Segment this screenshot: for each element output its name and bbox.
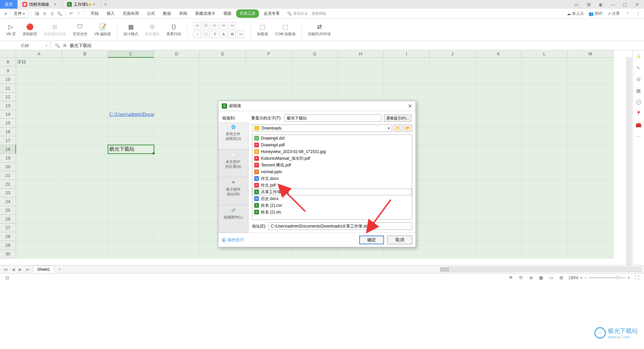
cell-J9[interactable] xyxy=(430,66,476,75)
cell-M16[interactable] xyxy=(568,128,613,136)
cell-H12[interactable] xyxy=(338,93,384,101)
formula-content[interactable]: 极光下载站 xyxy=(70,43,92,49)
file-item[interactable]: S 共享工作簿.xlsx xyxy=(252,189,412,195)
cell-C27[interactable] xyxy=(108,223,154,232)
cell-L16[interactable] xyxy=(522,128,568,136)
col-header[interactable]: A xyxy=(16,50,62,58)
cell-B17[interactable] xyxy=(62,136,108,145)
cell-C19[interactable] xyxy=(108,154,154,162)
cell-C20[interactable] xyxy=(108,162,154,171)
cell-I8[interactable] xyxy=(384,58,430,66)
cell-A22[interactable] xyxy=(16,180,62,189)
tab-next-icon[interactable]: ▶ xyxy=(18,267,23,272)
share-button[interactable]: ↗ 分享 xyxy=(607,11,620,16)
cell-M15[interactable] xyxy=(568,119,613,128)
tab-home[interactable]: 首页 xyxy=(0,0,18,9)
cell-M30[interactable] xyxy=(568,250,613,258)
row-header[interactable]: 22 xyxy=(0,180,16,189)
cell-I11[interactable] xyxy=(384,84,430,93)
cell-A9[interactable] xyxy=(16,66,62,75)
close-icon[interactable]: × xyxy=(54,2,57,7)
rb-view-code[interactable]: ⟨⟩查看代码 xyxy=(164,19,184,41)
redo-icon[interactable]: ↷ xyxy=(75,11,82,17)
menu-tab-vip[interactable]: 会员专享 xyxy=(260,9,283,18)
cell-B12[interactable] xyxy=(62,93,108,101)
cell-I10[interactable] xyxy=(384,75,430,84)
cell-D22[interactable] xyxy=(154,180,200,189)
cell-L30[interactable] xyxy=(522,250,568,258)
cell-M10[interactable] xyxy=(568,75,613,84)
zoom-out-icon[interactable]: − xyxy=(584,276,587,280)
cell-B25[interactable] xyxy=(62,206,108,215)
cell-M20[interactable] xyxy=(568,162,613,171)
file-item[interactable]: W 历史.docx xyxy=(252,195,412,202)
view-page-icon[interactable]: ▭ xyxy=(548,275,554,281)
col-header[interactable]: J xyxy=(430,50,476,58)
cell-L13[interactable] xyxy=(522,101,568,110)
cell-D8[interactable] xyxy=(154,58,200,66)
cell-H10[interactable] xyxy=(338,75,384,84)
cell-G10[interactable] xyxy=(292,75,338,84)
col-header[interactable]: E xyxy=(200,50,246,58)
menu-tab-formula[interactable]: 公式 xyxy=(144,9,158,18)
fx-icon[interactable]: fx xyxy=(63,43,66,48)
ctrl-3[interactable]: ▭ xyxy=(211,22,218,29)
cell-G30[interactable] xyxy=(292,250,338,258)
file-menu[interactable]: 文件▾ xyxy=(10,9,29,18)
rb-js-env[interactable]: ⇄切换到JS环境 xyxy=(305,19,333,41)
row-header[interactable]: 27 xyxy=(0,223,16,232)
cell-G8[interactable] xyxy=(292,58,338,66)
cell-A21[interactable] xyxy=(16,171,62,180)
rb-vb-editor[interactable]: 📝VB 编辑器 xyxy=(92,19,114,41)
row-header[interactable]: 19 xyxy=(0,154,16,162)
maximize-button[interactable]: ▢ xyxy=(621,0,629,9)
cell-B10[interactable] xyxy=(62,75,108,84)
col-header[interactable]: C xyxy=(108,50,154,58)
ctrl-11[interactable]: ▭ xyxy=(237,31,245,38)
cell-M12[interactable] xyxy=(568,93,613,101)
menu-tab-layout[interactable]: 页面布局 xyxy=(119,9,142,18)
cell-J23[interactable] xyxy=(430,189,476,197)
minimize-button[interactable]: — xyxy=(608,0,617,9)
cell-J26[interactable] xyxy=(430,215,476,223)
menu-icon[interactable]: ≡ xyxy=(3,11,9,17)
link-type-place[interactable]: 📄 本文档中的位置(A) xyxy=(218,150,248,178)
cell-J28[interactable] xyxy=(430,232,476,241)
col-header[interactable]: F xyxy=(246,50,292,58)
cell-K15[interactable] xyxy=(476,119,522,128)
cell-C12[interactable] xyxy=(108,93,154,101)
cell-D9[interactable] xyxy=(154,66,200,75)
name-box[interactable]: C18 ▾ xyxy=(0,41,50,50)
tab-prev-icon[interactable]: ◀ xyxy=(11,267,16,272)
cell-A17[interactable] xyxy=(16,136,62,145)
cell-B20[interactable] xyxy=(62,162,108,171)
undo-icon[interactable]: ↶ xyxy=(68,11,74,17)
print-icon[interactable]: ⎙ xyxy=(49,11,55,17)
link-type-attachment[interactable]: 🔗 链接附件(L) xyxy=(218,205,248,233)
cell-A20[interactable] xyxy=(16,162,62,171)
cell-B9[interactable] xyxy=(62,66,108,75)
ctrl-10[interactable]: ⊞ xyxy=(228,31,236,38)
cell-L17[interactable] xyxy=(522,136,568,145)
view-break-icon[interactable]: ⊞ xyxy=(558,275,564,281)
open-folder-button[interactable]: 📂 xyxy=(404,124,412,132)
ctrl-5[interactable]: ▭ xyxy=(228,22,236,29)
cell-K11[interactable] xyxy=(476,84,522,93)
ctrl-9[interactable]: A xyxy=(220,31,227,38)
cell-C23[interactable] xyxy=(108,189,154,197)
cell-J19[interactable] xyxy=(430,154,476,162)
cell-M23[interactable] xyxy=(568,189,613,197)
row-header[interactable]: 10 xyxy=(0,75,16,84)
cell-C28[interactable] xyxy=(108,232,154,241)
backup-icon[interactable]: 🕓 xyxy=(636,99,641,105)
cell-B18[interactable] xyxy=(62,145,108,154)
col-header[interactable]: L xyxy=(522,50,568,58)
file-item[interactable]: S 姓名 (2).csv xyxy=(252,202,412,209)
ctrl-6[interactable]: ○ xyxy=(194,31,201,38)
cell-M8[interactable] xyxy=(568,58,613,66)
cell-A15[interactable] xyxy=(16,119,62,128)
cell-B21[interactable] xyxy=(62,171,108,180)
cell-F12[interactable] xyxy=(246,93,292,101)
cell-A26[interactable] xyxy=(16,215,62,223)
cell-D17[interactable] xyxy=(154,136,200,145)
